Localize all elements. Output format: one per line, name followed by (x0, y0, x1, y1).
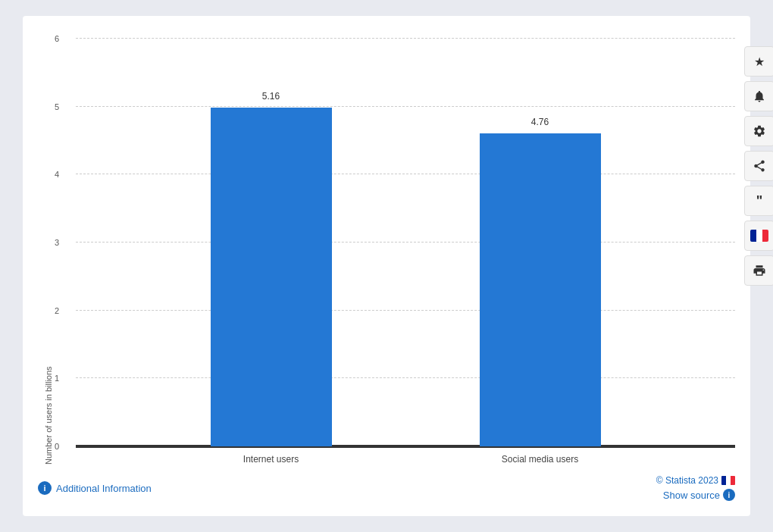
statista-copyright: © Statista 2023 (656, 475, 735, 486)
chart-grid: 6 5 4 3 2 1 (76, 39, 735, 446)
y-tick-5: 5 (55, 102, 59, 111)
footer: i Additional Information © Statista 2023… (38, 465, 735, 501)
quote-button[interactable]: " (744, 186, 773, 216)
x-label-social: Social media users (480, 454, 601, 465)
chart-inner: 6 5 4 3 2 1 (53, 39, 735, 465)
y-tick-2: 2 (55, 306, 59, 315)
bar-value-internet: 5.16 (262, 91, 280, 102)
bar-internet (211, 108, 332, 446)
y-axis-label: Number of users in billions (38, 39, 53, 465)
y-tick-4: 4 (55, 170, 59, 179)
show-source-label: Show source (663, 490, 720, 501)
x-axis: Internet users Social media users (76, 446, 735, 465)
print-button[interactable] (744, 255, 773, 286)
flag-button[interactable] (744, 221, 773, 251)
star-button[interactable]: ★ (744, 46, 773, 77)
y-tick-1: 1 (55, 374, 59, 383)
bell-button[interactable] (744, 81, 773, 111)
french-flag-icon (750, 230, 768, 242)
source-info-icon: i (723, 489, 735, 501)
show-source-link[interactable]: Show source i (663, 489, 735, 501)
bar-social (480, 133, 601, 446)
sidebar: ★ " (744, 46, 773, 286)
gear-button[interactable] (744, 116, 773, 146)
y-tick-3: 3 (55, 238, 59, 247)
bar-group-social: 4.76 (480, 117, 601, 446)
additional-info-link[interactable]: i Additional Information (38, 481, 152, 495)
chart-area: Number of users in billions 6 5 4 (38, 39, 735, 465)
footer-right: © Statista 2023 Show source i (656, 475, 735, 501)
y-tick-6: 6 (55, 34, 59, 43)
bars-container: 5.16 4.76 (76, 39, 735, 446)
small-flag-icon (721, 476, 735, 485)
bar-group-internet: 5.16 (211, 91, 332, 446)
info-icon: i (38, 481, 52, 495)
chart-card: Number of users in billions 6 5 4 (23, 16, 750, 516)
x-label-internet: Internet users (211, 454, 332, 465)
additional-info-label: Additional Information (56, 483, 152, 494)
y-tick-0: 0 (55, 442, 59, 451)
share-button[interactable] (744, 151, 773, 181)
bar-value-social: 4.76 (531, 117, 549, 127)
